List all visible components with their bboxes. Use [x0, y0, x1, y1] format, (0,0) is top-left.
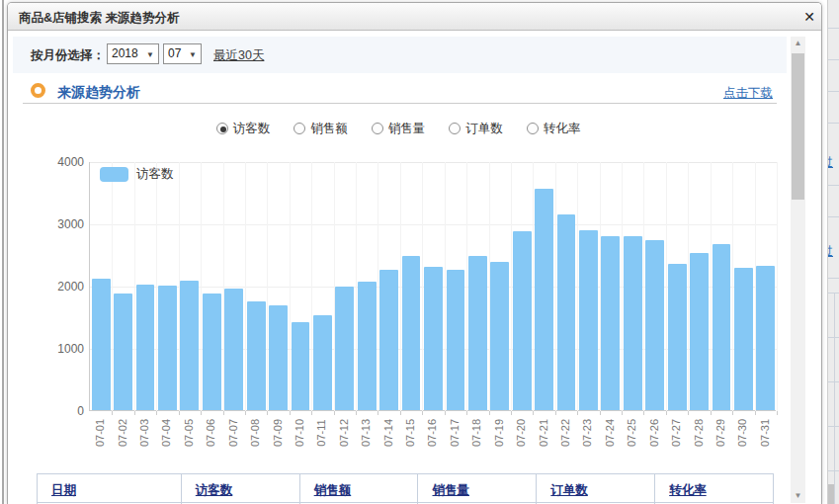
bar-07-12[interactable]	[335, 287, 354, 410]
column-sort-link[interactable]: 销售量	[432, 483, 469, 497]
bar-07-18[interactable]	[468, 256, 487, 410]
bg-col-divider	[834, 293, 835, 504]
x-axis-label: 07-11	[310, 413, 332, 461]
x-axis-label: 07-20	[510, 413, 532, 461]
chart-plot	[89, 162, 776, 411]
bar-07-09[interactable]	[269, 305, 288, 410]
bar-07-27[interactable]	[668, 264, 687, 410]
x-axis-label: 07-02	[111, 413, 132, 461]
x-axis-label: 07-04	[155, 413, 177, 461]
bar-07-10[interactable]	[292, 322, 310, 410]
x-axis-label: 07-27	[665, 413, 687, 461]
x-axis-label: 07-17	[444, 413, 465, 461]
x-axis-label: 07-12	[333, 413, 355, 461]
x-axis-label: 07-18	[465, 413, 487, 461]
bar-07-03[interactable]	[136, 285, 155, 410]
bar-07-31[interactable]	[756, 266, 775, 410]
bg-row-divider	[828, 59, 839, 60]
bar-07-28[interactable]	[690, 253, 709, 410]
h-gridline	[90, 224, 777, 225]
scroll-up-icon[interactable]: ▲	[791, 37, 805, 50]
bar-07-04[interactable]	[158, 286, 177, 410]
x-axis-label: 07-19	[488, 413, 510, 461]
bar-07-07[interactable]	[224, 289, 243, 410]
bar-07-17[interactable]	[447, 270, 465, 410]
x-axis-label: 07-03	[133, 413, 155, 461]
bar-07-22[interactable]	[557, 214, 576, 410]
bar-07-01[interactable]	[92, 279, 111, 410]
scroll-down-icon[interactable]: ▼	[791, 489, 805, 503]
bg-row-divider	[828, 216, 839, 217]
x-axis-label: 07-08	[244, 413, 266, 461]
background-page-strip: 过 过	[827, 0, 839, 504]
trend-analysis-dialog: 商品&店铺搜索 来源趋势分析 ✕ 按月份选择： 2018 ▼ 07 ▼ 最近30…	[7, 2, 822, 504]
bar-07-30[interactable]	[734, 268, 753, 410]
table-header-date: 日期	[38, 474, 182, 504]
x-axis-tick	[777, 411, 778, 415]
x-axis-label: 07-25	[621, 413, 642, 461]
table-header-sales-amount: 销售额	[300, 474, 419, 504]
column-sort-link[interactable]: 访客数	[196, 483, 233, 497]
chart-legend[interactable]: 访客数	[100, 166, 174, 182]
background-link-fragment: 过	[827, 154, 833, 171]
bar-07-15[interactable]	[402, 256, 421, 410]
bg-row-divider	[828, 123, 839, 124]
table-header-sales-volume: 销售量	[418, 474, 537, 504]
bar-07-02[interactable]	[114, 294, 132, 410]
trend-chart: 01000200030004000 07-0107-0207-0307-0407…	[8, 3, 789, 467]
x-axis-label: 07-09	[266, 413, 288, 461]
x-axis-label: 07-22	[554, 413, 576, 461]
bar-07-11[interactable]	[313, 315, 332, 410]
bar-07-20[interactable]	[513, 231, 532, 410]
v-gridline	[466, 162, 467, 411]
v-gridline	[555, 162, 556, 411]
bar-07-29[interactable]	[713, 244, 731, 410]
bar-07-13[interactable]	[358, 282, 377, 410]
bar-07-14[interactable]	[379, 270, 398, 410]
column-sort-link[interactable]: 日期	[51, 483, 76, 497]
chart-y-axis: 01000200030004000	[13, 162, 84, 411]
page-edge-line	[2, 0, 4, 504]
x-axis-label: 07-15	[399, 413, 421, 461]
v-gridline	[777, 162, 778, 411]
y-axis-tick-label: 4000	[15, 155, 84, 169]
bar-07-08[interactable]	[247, 301, 266, 410]
close-icon[interactable]: ✕	[800, 8, 818, 26]
x-axis-label: 07-07	[222, 413, 244, 461]
dialog-scrollbar[interactable]: ▲ ▼	[791, 37, 805, 503]
bar-07-16[interactable]	[424, 267, 443, 410]
v-gridline	[622, 162, 623, 411]
legend-swatch	[100, 167, 128, 182]
bar-07-26[interactable]	[645, 240, 664, 410]
bar-07-24[interactable]	[601, 236, 620, 410]
x-axis-label: 07-31	[754, 413, 776, 461]
y-axis-tick-label: 2000	[15, 280, 84, 294]
bar-07-05[interactable]	[180, 281, 199, 410]
bg-row-divider	[828, 278, 839, 279]
bar-07-21[interactable]	[535, 189, 553, 410]
v-gridline	[290, 162, 291, 411]
column-sort-link[interactable]: 销售额	[314, 483, 352, 497]
bar-07-25[interactable]	[624, 236, 642, 410]
y-axis-tick-label: 3000	[15, 217, 84, 231]
v-gridline	[711, 162, 712, 411]
bar-07-23[interactable]	[579, 230, 598, 410]
bar-07-06[interactable]	[203, 294, 221, 410]
x-axis-label: 07-05	[178, 413, 200, 461]
v-gridline	[245, 162, 246, 411]
scrollbar-thumb[interactable]	[792, 53, 804, 200]
v-gridline	[201, 162, 202, 411]
x-axis-label: 07-30	[731, 413, 753, 461]
x-axis-label: 07-24	[599, 413, 621, 461]
bar-07-19[interactable]	[490, 262, 509, 410]
column-sort-link[interactable]: 订单数	[550, 483, 588, 497]
column-sort-link[interactable]: 转化率	[669, 483, 707, 497]
x-axis-label: 07-28	[687, 413, 709, 461]
v-gridline	[400, 162, 401, 411]
v-gridline	[666, 162, 667, 411]
v-gridline	[356, 162, 357, 411]
h-gridline	[90, 162, 777, 163]
v-gridline	[511, 162, 512, 411]
chart-x-axis: 07-0107-0207-0307-0407-0507-0607-0707-08…	[89, 413, 776, 461]
y-axis-tick-label: 1000	[15, 342, 84, 356]
